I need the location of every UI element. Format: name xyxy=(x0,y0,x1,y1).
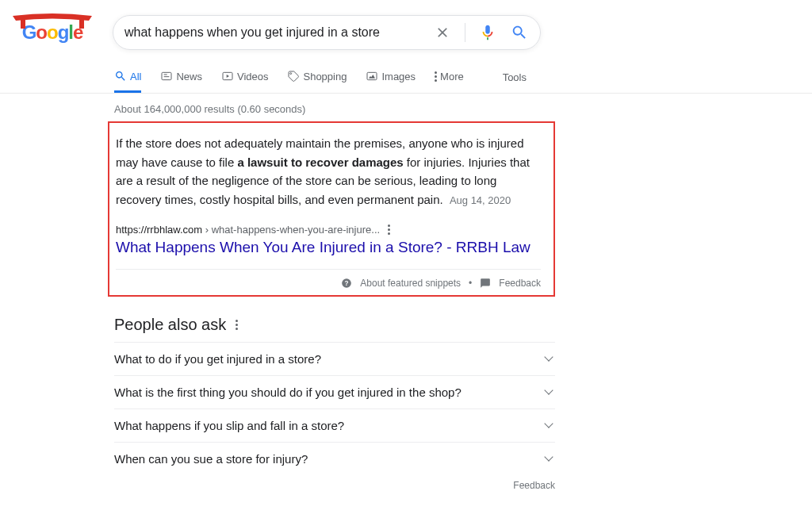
tab-images[interactable]: Images xyxy=(366,60,416,93)
people-also-ask: People also ask What to do if you get in… xyxy=(114,316,555,491)
chevron-down-icon xyxy=(544,420,553,428)
featured-text: If the store does not adequately maintai… xyxy=(116,134,541,209)
more-icon[interactable] xyxy=(236,320,238,330)
paa-question[interactable]: What is the first thing you should do if… xyxy=(114,375,555,409)
svg-rect-6 xyxy=(367,72,377,79)
paa-question[interactable]: What to do if you get injured in a store… xyxy=(114,342,555,375)
tab-news[interactable]: News xyxy=(160,60,202,93)
more-icon xyxy=(435,71,437,82)
image-icon xyxy=(366,70,378,82)
tab-videos[interactable]: Videos xyxy=(221,60,269,93)
search-icon xyxy=(114,70,127,82)
result-stats: About 164,000,000 results (0.60 seconds) xyxy=(114,94,555,121)
video-icon xyxy=(221,70,234,82)
featured-date: Aug 14, 2020 xyxy=(450,194,511,206)
svg-rect-2 xyxy=(162,72,171,79)
tab-more[interactable]: More xyxy=(435,60,464,93)
paa-question[interactable]: What happens if you slip and fall in a s… xyxy=(114,409,555,442)
help-icon: ? xyxy=(341,278,352,289)
svg-rect-0 xyxy=(21,20,25,29)
featured-title-link[interactable]: What Happens When You Are Injured in a S… xyxy=(116,239,541,256)
svg-rect-1 xyxy=(79,20,84,29)
tab-shopping[interactable]: Shopping xyxy=(287,60,347,93)
featured-snippet: If the store does not adequately maintai… xyxy=(108,121,555,297)
paa-heading: People also ask xyxy=(114,316,226,334)
feedback-icon xyxy=(480,278,491,289)
chevron-down-icon xyxy=(544,453,553,462)
torii-gate-icon xyxy=(13,13,92,29)
news-icon xyxy=(160,70,173,82)
paa-feedback-link[interactable]: Feedback xyxy=(114,475,555,491)
chevron-down-icon xyxy=(544,386,553,395)
chevron-down-icon xyxy=(544,353,553,362)
about-featured-link[interactable]: About featured snippets xyxy=(360,278,461,289)
clear-icon[interactable] xyxy=(433,23,452,42)
search-icon[interactable] xyxy=(510,23,529,42)
tag-icon xyxy=(287,70,300,82)
google-logo[interactable]: Google xyxy=(16,13,89,52)
featured-url[interactable]: https://rrbhlaw.com › what-happens-when-… xyxy=(116,224,541,236)
search-input[interactable] xyxy=(124,25,433,40)
feedback-link[interactable]: Feedback xyxy=(499,278,541,289)
svg-text:?: ? xyxy=(345,280,349,287)
mic-icon[interactable] xyxy=(478,23,497,42)
more-icon[interactable] xyxy=(388,224,390,235)
paa-question[interactable]: When can you sue a store for injury? xyxy=(114,442,555,475)
tab-all[interactable]: All xyxy=(114,60,141,93)
search-bar[interactable] xyxy=(113,15,541,50)
tools-button[interactable]: Tools xyxy=(503,62,527,91)
